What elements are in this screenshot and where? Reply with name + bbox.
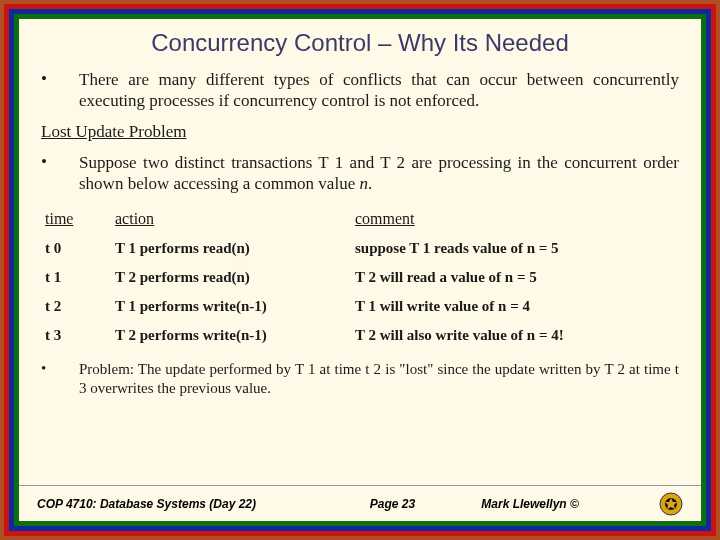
cell-time: t 0 bbox=[41, 234, 111, 263]
footer-course: COP 4710: Database Systems (Day 22) bbox=[37, 497, 304, 511]
intro-bullet: • There are many different types of conf… bbox=[41, 69, 679, 112]
slide-frame-green: Concurrency Control – Why Its Needed • T… bbox=[14, 14, 706, 526]
header-time: time bbox=[41, 204, 111, 234]
cell-time: t 2 bbox=[41, 292, 111, 321]
cell-time: t 3 bbox=[41, 321, 111, 350]
slide-frame-blue: Concurrency Control – Why Its Needed • T… bbox=[9, 9, 711, 531]
cell-action: T 2 performs write(n-1) bbox=[111, 321, 351, 350]
cell-action: T 1 performs write(n-1) bbox=[111, 292, 351, 321]
slide-title: Concurrency Control – Why Its Needed bbox=[41, 29, 679, 57]
section-heading: Lost Update Problem bbox=[41, 122, 679, 142]
bullet-marker: • bbox=[41, 152, 79, 195]
intro-text: There are many different types of confli… bbox=[79, 69, 679, 112]
table-row: t 2 T 1 performs write(n-1) T 1 will wri… bbox=[41, 292, 679, 321]
footer-page: Page 23 bbox=[304, 497, 482, 511]
slide-frame-red: Concurrency Control – Why Its Needed • T… bbox=[4, 4, 716, 536]
cell-action: T 2 performs read(n) bbox=[111, 263, 351, 292]
slide-footer: COP 4710: Database Systems (Day 22) Page… bbox=[19, 485, 701, 521]
table-row: t 1 T 2 performs read(n) T 2 will read a… bbox=[41, 263, 679, 292]
slide-frame-outer: Concurrency Control – Why Its Needed • T… bbox=[0, 0, 720, 540]
scenario-prefix: Suppose two distinct transactions T 1 an… bbox=[79, 153, 679, 193]
cell-time: t 1 bbox=[41, 263, 111, 292]
cell-comment: T 1 will write value of n = 4 bbox=[351, 292, 679, 321]
bullet-marker: • bbox=[41, 360, 79, 398]
timeline-table: time action comment t 0 T 1 performs rea… bbox=[41, 204, 679, 350]
ucf-logo-icon bbox=[659, 492, 683, 516]
slide-body: Concurrency Control – Why Its Needed • T… bbox=[19, 19, 701, 485]
slide-content: Concurrency Control – Why Its Needed • T… bbox=[19, 19, 701, 521]
header-action: action bbox=[111, 204, 351, 234]
header-comment: comment bbox=[351, 204, 679, 234]
problem-text: Problem: The update performed by T 1 at … bbox=[79, 360, 679, 398]
cell-comment: suppose T 1 reads value of n = 5 bbox=[351, 234, 679, 263]
scenario-text: Suppose two distinct transactions T 1 an… bbox=[79, 152, 679, 195]
cell-comment: T 2 will read a value of n = 5 bbox=[351, 263, 679, 292]
cell-comment: T 2 will also write value of n = 4! bbox=[351, 321, 679, 350]
problem-bullet: • Problem: The update performed by T 1 a… bbox=[41, 360, 679, 398]
bullet-marker: • bbox=[41, 69, 79, 112]
scenario-var: n bbox=[359, 174, 368, 193]
footer-author: Mark Llewellyn © bbox=[481, 497, 659, 511]
table-row: t 0 T 1 performs read(n) suppose T 1 rea… bbox=[41, 234, 679, 263]
table-header-row: time action comment bbox=[41, 204, 679, 234]
table-row: t 3 T 2 performs write(n-1) T 2 will als… bbox=[41, 321, 679, 350]
cell-action: T 1 performs read(n) bbox=[111, 234, 351, 263]
scenario-bullet: • Suppose two distinct transactions T 1 … bbox=[41, 152, 679, 195]
scenario-suffix: . bbox=[368, 174, 372, 193]
